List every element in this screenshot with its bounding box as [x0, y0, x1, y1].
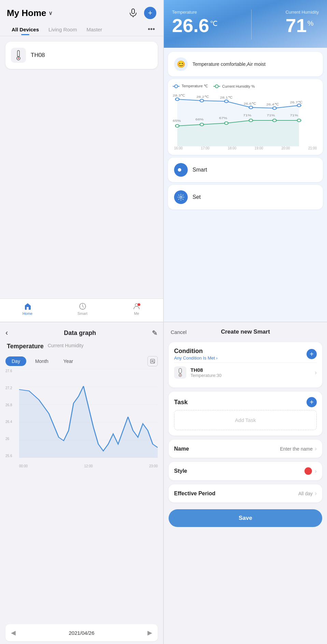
chart-card: Temperature ℃ Current Humidity % 28.3℃ 2…: [168, 79, 323, 155]
date-prev-button[interactable]: ◀: [11, 629, 16, 636]
comfort-text: Temperature comfortable,Air moist: [193, 61, 266, 67]
condition-title-group: Condition Any Condition Is Met ›: [174, 348, 217, 361]
svg-text:71%: 71%: [243, 114, 252, 117]
legend-humidity: Current Humidity %: [213, 84, 255, 88]
svg-text:26.4℃: 26.4℃: [266, 103, 279, 106]
svg-text:65%: 65%: [173, 119, 181, 122]
style-label: Style: [174, 468, 187, 474]
tab-master[interactable]: Master: [82, 23, 107, 35]
panel-my-home: My Home ∨ + All Devices Living Room Mast…: [0, 0, 163, 322]
cancel-button[interactable]: Cancel: [171, 329, 208, 335]
nav-home[interactable]: Home: [23, 302, 32, 316]
chevron-down-icon[interactable]: ∨: [48, 10, 53, 16]
add-task-box[interactable]: Add Task: [174, 410, 317, 430]
tab-more[interactable]: •••: [146, 23, 156, 36]
metric-tab-humidity[interactable]: Current Humidity: [46, 342, 85, 351]
nav-smart-label: Smart: [77, 311, 87, 316]
legend-humidity-label: Current Humidity %: [222, 84, 255, 88]
x-axis-labels: 00:00 12:00 23:00: [19, 464, 158, 468]
filter-year-button[interactable]: Year: [57, 356, 79, 366]
y-label-4: 26.4: [5, 420, 18, 424]
time-label-0: 16:00: [174, 146, 183, 150]
edit-icon[interactable]: ✎: [152, 329, 158, 337]
name-input[interactable]: [253, 446, 313, 452]
period-label: Effective Period: [174, 491, 215, 497]
name-section[interactable]: Name ›: [169, 440, 322, 458]
humidity-metric: Current Humidity 71 %: [285, 10, 319, 35]
chart-legend: Temperature ℃ Current Humidity %: [173, 84, 318, 88]
y-label-5: 26: [5, 437, 18, 441]
nav-me[interactable]: Me: [132, 302, 141, 316]
svg-text:28.2℃: 28.2℃: [196, 95, 209, 99]
condition-device-name: TH08: [190, 367, 311, 373]
header-icons: +: [127, 7, 156, 19]
sensor-divider: [251, 10, 252, 40]
smart-icon: [79, 302, 87, 310]
svg-rect-0: [132, 9, 134, 14]
metric-tab-temperature[interactable]: Temperature: [5, 342, 45, 351]
set-card[interactable]: Set: [168, 185, 323, 209]
legend-temp-label: Temperature ℃: [182, 84, 208, 88]
condition-device-info: TH08 Temperature:30: [190, 367, 311, 378]
add-button[interactable]: +: [144, 7, 156, 19]
style-color-dot: [304, 467, 312, 475]
add-task-button[interactable]: +: [307, 397, 317, 407]
chart-time-labels: 16:00 17:00 18:00 19:00 20:00 21:00: [173, 146, 318, 150]
create-title: Create new Smart: [208, 328, 283, 335]
smart-card[interactable]: Smart: [168, 158, 323, 182]
create-header: Cancel Create new Smart: [164, 322, 327, 340]
filter-row: Day Month Year: [0, 353, 163, 369]
person-icon: [132, 302, 141, 310]
plus-icon: +: [148, 9, 153, 17]
save-button[interactable]: Save: [169, 509, 322, 527]
svg-text:26.7℃: 26.7℃: [290, 101, 302, 104]
svg-point-54: [180, 375, 181, 376]
device-icon: [11, 48, 26, 63]
svg-text:71%: 71%: [267, 114, 275, 117]
tab-all-devices[interactable]: All Devices: [7, 23, 44, 35]
gear-icon: [174, 190, 188, 204]
metric-tabs: Temperature Current Humidity: [0, 341, 163, 353]
name-chevron: ›: [315, 445, 317, 452]
svg-point-9: [82, 309, 83, 309]
condition-subtitle: Any Condition Is Met ›: [174, 355, 217, 361]
date-next-button[interactable]: ▶: [147, 629, 152, 636]
device-list: TH08: [0, 36, 163, 298]
tab-living-room[interactable]: Living Room: [44, 23, 82, 35]
svg-text:28.1℃: 28.1℃: [220, 96, 232, 99]
toggle-icon: [174, 163, 188, 177]
home-icon: [24, 302, 32, 310]
condition-item[interactable]: TH08 Temperature:30 ›: [174, 363, 317, 382]
temperature-value: 26.6: [172, 16, 209, 35]
filter-month-button[interactable]: Month: [29, 356, 55, 366]
back-button[interactable]: ‹: [5, 328, 8, 337]
set-label: Set: [193, 194, 201, 200]
svg-text:26.6℃: 26.6℃: [244, 102, 256, 105]
style-section[interactable]: Style ›: [169, 462, 322, 480]
svg-point-13: [138, 303, 140, 306]
home-title: My Home ∨: [7, 8, 53, 18]
humidity-unit: %: [308, 19, 314, 27]
name-row: Name ›: [174, 445, 317, 452]
mic-icon[interactable]: [127, 7, 139, 19]
filter-day-button[interactable]: Day: [5, 356, 26, 366]
nav-smart[interactable]: Smart: [77, 302, 87, 316]
device-card-th08[interactable]: TH08: [5, 42, 158, 69]
export-icon[interactable]: [147, 356, 158, 366]
add-condition-button[interactable]: +: [307, 349, 317, 359]
period-chevron: ›: [315, 490, 317, 497]
period-section[interactable]: Effective Period All day ›: [169, 484, 322, 502]
home-title-text: My Home: [7, 8, 46, 18]
date-label: 2021/04/26: [69, 630, 94, 636]
name-input-group: ›: [253, 445, 317, 452]
time-label-5: 21:00: [308, 146, 317, 150]
chart-svg-area: 28.3℃ 28.2℃ 28.1℃ 26.6℃ 26.4℃ 26.7℃ 65% …: [173, 92, 318, 146]
svg-point-42: [180, 196, 182, 198]
task-section: Task + Add Task: [169, 392, 322, 436]
condition-title: Condition: [174, 348, 217, 355]
x-label-0: 00:00: [19, 464, 28, 468]
svg-marker-50: [19, 386, 158, 458]
y-label-1: 27.6: [5, 369, 18, 373]
svg-point-12: [135, 304, 138, 306]
condition-chevron: ›: [216, 355, 217, 361]
